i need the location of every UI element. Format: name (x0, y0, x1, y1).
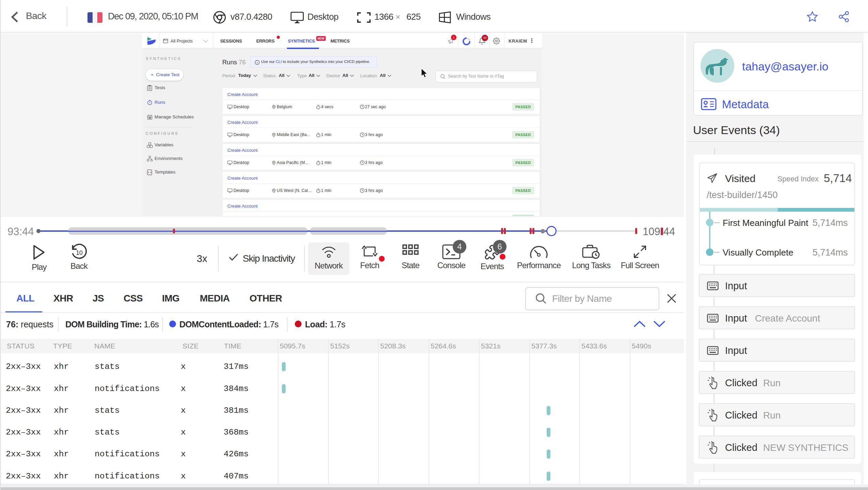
svg-text:10: 10 (76, 249, 83, 256)
